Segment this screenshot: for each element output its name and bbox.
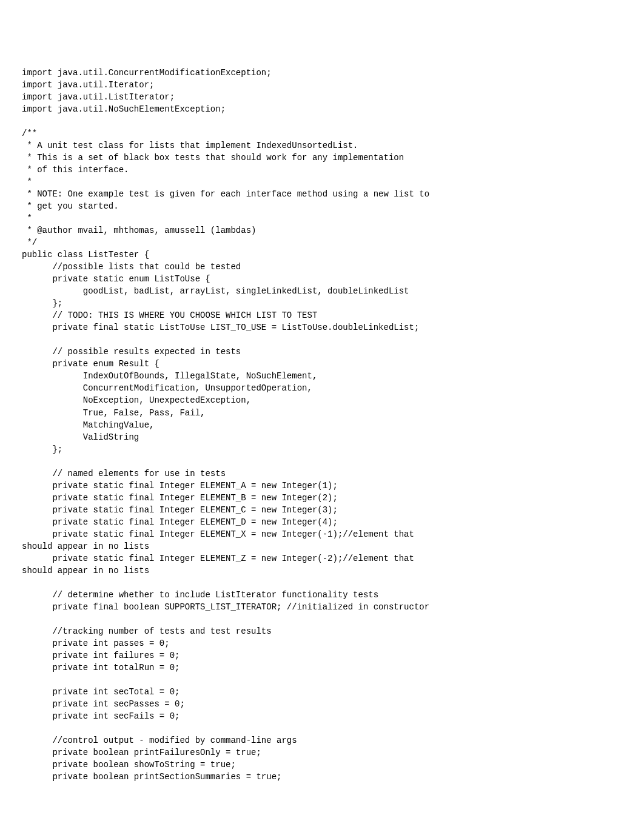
java-source-code: import java.util.ConcurrentModificationE… [22,67,622,783]
